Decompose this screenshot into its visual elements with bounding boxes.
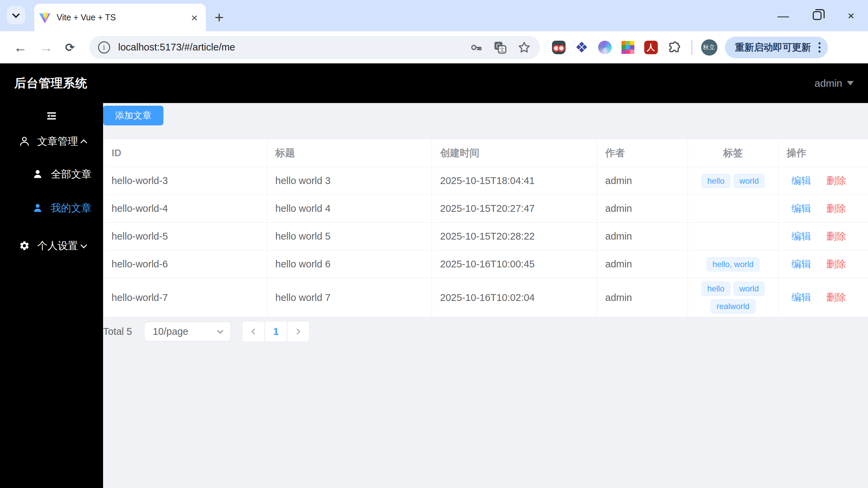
tab-search-button[interactable] [7, 6, 25, 24]
sidebar-item-my-articles[interactable]: 我的文章 [0, 191, 103, 225]
new-tab-button[interactable]: + [215, 9, 224, 25]
cell-author: admin [597, 250, 688, 278]
user-outline-icon [19, 136, 31, 147]
cell-author: admin [597, 167, 688, 195]
vite-favicon-icon [39, 12, 51, 23]
pagination-total: Total 5 [103, 326, 132, 337]
prev-page-button[interactable] [243, 322, 264, 341]
delete-link[interactable]: 删除 [826, 231, 846, 242]
tag-badge: world [734, 282, 765, 296]
profile-avatar[interactable]: 秋立 [701, 39, 717, 56]
tag-badge: hello [702, 282, 730, 296]
cell-tags: helloworldrealworld [688, 278, 778, 317]
cell-actions: 编辑删除 [778, 223, 868, 250]
tag-badge: hello, world [707, 257, 759, 271]
collapse-menu-icon[interactable] [46, 110, 57, 122]
translate-icon[interactable]: G 文 [493, 41, 507, 54]
site-info-icon[interactable]: i [98, 41, 110, 54]
cell-actions: 编辑删除 [778, 167, 868, 195]
close-button[interactable]: × [834, 0, 868, 31]
cell-id: hello-world-7 [103, 278, 267, 317]
address-bar[interactable]: i localhost:5173/#/article/me G 文 [89, 36, 540, 59]
cell-created: 2025-10-15T18:04:41 [432, 167, 597, 195]
tab-title: Vite + Vue + TS [57, 13, 189, 22]
back-button[interactable]: ← [14, 41, 27, 54]
tag-list: hello, world [692, 257, 774, 271]
browser-menu-icon[interactable] [818, 42, 821, 53]
password-key-icon[interactable] [470, 41, 483, 54]
col-header-actions: 操作 [778, 139, 868, 167]
user-name: admin [814, 78, 842, 89]
user-dropdown[interactable]: admin [814, 78, 854, 89]
reload-button[interactable]: ⟳ [65, 42, 75, 53]
table-row: hello-world-5hello world 52025-10-15T20:… [103, 223, 868, 250]
page-size-value: 10/page [153, 326, 218, 337]
page-number-button[interactable]: 1 [265, 322, 287, 341]
sidebar-item-all-articles[interactable]: 全部文章 [0, 157, 103, 191]
tag-badge: world [734, 174, 765, 188]
restore-icon [813, 11, 822, 20]
cell-title: hello world 7 [267, 278, 432, 317]
tag-list: helloworld [692, 174, 774, 188]
edit-link[interactable]: 编辑 [791, 292, 811, 303]
delete-link[interactable]: 删除 [826, 292, 846, 303]
sidebar-group-settings-label: 个人设置 [37, 239, 78, 253]
caret-down-icon [847, 81, 854, 85]
user-filled-icon [33, 168, 44, 180]
cell-created: 2025-10-16T10:02:04 [432, 278, 597, 317]
edit-link[interactable]: 编辑 [791, 231, 811, 242]
edit-link[interactable]: 编辑 [791, 203, 811, 214]
minimize-button[interactable]: — [766, 0, 800, 31]
toolbar-divider [691, 40, 692, 55]
table-row: hello-world-4hello world 42025-10-15T20:… [103, 195, 868, 223]
page-size-select[interactable]: 10/page [144, 322, 231, 341]
delete-link[interactable]: 删除 [826, 203, 846, 214]
forward-button[interactable]: → [39, 41, 53, 54]
tag-list: helloworldrealworld [692, 282, 774, 313]
palette-extension-icon[interactable] [621, 40, 635, 55]
sidebar-group-settings[interactable]: 个人设置 [0, 230, 103, 262]
sidebar-group-articles[interactable]: 文章管理 [0, 125, 103, 157]
clover-extension-icon[interactable]: ❖ [575, 40, 589, 55]
browser-tab[interactable]: Vite + Vue + TS × [34, 4, 206, 31]
cell-tags: helloworld [688, 167, 778, 195]
user-filled-icon [33, 202, 44, 214]
url-text[interactable]: localhost:5173/#/article/me [118, 42, 470, 53]
articles-table: ID 标题 创建时间 作者 标签 操作 hello-world-3hello w… [103, 139, 868, 317]
cell-author: admin [597, 195, 688, 223]
app-header: 后台管理系统 admin [0, 63, 868, 103]
browser-window: Vite + Vue + TS × + — × ← → ⟳ i localhos… [0, 0, 868, 488]
tampermonkey-extension-icon[interactable] [552, 40, 566, 55]
tab-close-icon[interactable]: × [189, 12, 200, 23]
cell-tags [688, 195, 778, 223]
tab-strip: Vite + Vue + TS × + — × [0, 0, 868, 31]
sidebar-group-articles-label: 文章管理 [37, 135, 78, 148]
bookmark-star-icon[interactable] [517, 40, 531, 55]
add-article-button[interactable]: 添加文章 [103, 106, 163, 125]
cell-title: hello world 4 [267, 195, 432, 223]
cell-created: 2025-10-15T20:28:22 [432, 223, 597, 250]
cell-actions: 编辑删除 [778, 250, 868, 278]
extensions-tray: ❖ 人 [552, 40, 681, 55]
col-header-created: 创建时间 [432, 139, 597, 167]
extensions-puzzle-icon[interactable] [667, 40, 681, 55]
delete-link[interactable]: 删除 [826, 259, 846, 269]
restore-button[interactable] [800, 0, 834, 31]
sidebar-item-my-articles-label: 我的文章 [51, 201, 92, 215]
col-header-author: 作者 [597, 139, 688, 167]
edit-link[interactable]: 编辑 [791, 259, 811, 269]
pdf-extension-icon[interactable]: 人 [644, 40, 658, 55]
swirl-extension-icon[interactable] [598, 40, 612, 55]
col-header-title: 标题 [267, 139, 432, 167]
next-page-button[interactable] [288, 322, 309, 341]
sidebar: 文章管理 全部文章 我的文章 [0, 103, 103, 488]
tag-badge: realworld [711, 299, 755, 313]
svg-text:文: 文 [499, 46, 505, 53]
table-row: hello-world-6hello world 62025-10-16T10:… [103, 250, 868, 278]
delete-link[interactable]: 删除 [826, 175, 846, 186]
cell-tags [688, 223, 778, 250]
edit-link[interactable]: 编辑 [791, 175, 811, 186]
update-chrome-button[interactable]: 重新启动即可更新 [725, 37, 828, 58]
app-title: 后台管理系统 [14, 75, 87, 91]
cell-id: hello-world-4 [103, 195, 267, 223]
